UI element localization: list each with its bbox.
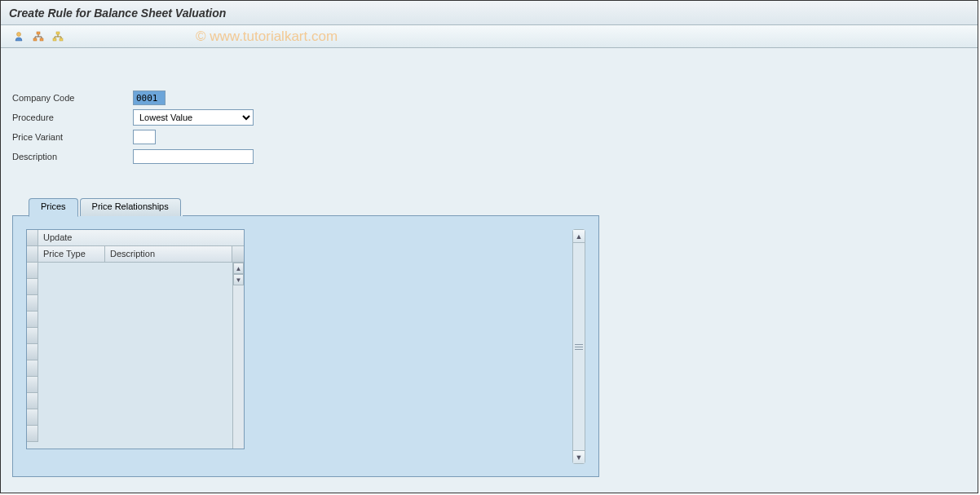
page-title: Create Rule for Balance Sheet Valuation <box>9 7 226 20</box>
org-icon[interactable] <box>32 30 45 43</box>
col-price-type[interactable]: Price Type <box>38 246 105 262</box>
row-selector[interactable] <box>27 312 38 328</box>
cells-area[interactable] <box>38 263 232 449</box>
svg-rect-1 <box>37 32 40 34</box>
row-selector[interactable] <box>27 426 38 442</box>
row-selector[interactable] <box>27 295 38 312</box>
description-row: Description <box>12 148 966 166</box>
scroll-corner <box>232 246 244 262</box>
table-corner[interactable] <box>27 230 38 245</box>
row-selector[interactable] <box>27 279 38 295</box>
tab-price-relationships[interactable]: Price Relationships <box>80 198 181 216</box>
tab-content: Update Price Type Description <box>12 216 599 477</box>
scroll-down-icon[interactable]: ▼ <box>233 274 244 285</box>
description-field[interactable] <box>133 149 254 164</box>
table-title: Update <box>38 230 244 245</box>
svg-rect-10 <box>60 38 63 41</box>
procedure-row: Procedure Lowest Value <box>12 108 966 126</box>
price-variant-field[interactable] <box>133 130 156 144</box>
col-description[interactable]: Description <box>105 246 232 262</box>
procedure-select[interactable]: Lowest Value <box>133 109 254 126</box>
tab-container: Prices Price Relationships Update Price … <box>12 198 599 477</box>
price-variant-label: Price Variant <box>12 132 133 142</box>
table-header-row: Price Type Description <box>27 246 244 263</box>
header-selector[interactable] <box>27 246 38 262</box>
procedure-label: Procedure <box>12 113 133 122</box>
company-code-field[interactable] <box>133 91 166 105</box>
svg-rect-2 <box>33 38 37 41</box>
table-title-row: Update <box>27 230 244 246</box>
row-selector[interactable] <box>27 409 38 426</box>
row-selector[interactable] <box>27 263 38 279</box>
row-selector[interactable] <box>27 393 38 409</box>
table-body: ▲ ▼ <box>27 263 244 449</box>
scroll-up-icon[interactable]: ▲ <box>573 230 585 243</box>
row-selectors <box>27 263 38 449</box>
row-selector[interactable] <box>27 344 38 360</box>
description-label: Description <box>12 152 133 161</box>
row-selector[interactable] <box>27 377 38 393</box>
svg-rect-8 <box>56 32 60 34</box>
svg-rect-3 <box>40 38 43 41</box>
form-area: Company Code Procedure Lowest Value Pric… <box>1 48 978 175</box>
title-bar: Create Rule for Balance Sheet Valuation <box>1 1 978 25</box>
main-window: Create Rule for Balance Sheet Valuation <box>0 0 978 493</box>
panel-vscroll[interactable]: ▲ ▼ <box>572 229 585 464</box>
scroll-track[interactable] <box>233 285 244 449</box>
scroll-track[interactable] <box>573 243 585 450</box>
tab-strip: Prices Price Relationships <box>12 198 599 216</box>
price-variant-row: Price Variant <box>12 128 966 146</box>
scroll-grip-icon <box>575 341 583 352</box>
tab-filler <box>183 198 599 216</box>
tab-spacer <box>12 198 29 216</box>
scroll-up-icon[interactable]: ▲ <box>233 263 244 274</box>
hierarchy-icon[interactable] <box>51 30 64 43</box>
svg-point-0 <box>17 32 21 36</box>
person-icon[interactable] <box>12 30 25 43</box>
scroll-down-icon[interactable]: ▼ <box>573 450 585 463</box>
tab-prices[interactable]: Prices <box>29 198 78 217</box>
svg-rect-9 <box>53 38 56 41</box>
company-code-label: Company Code <box>12 93 133 103</box>
prices-table: Update Price Type Description <box>26 229 245 449</box>
toolbar <box>1 25 978 48</box>
table-vscroll[interactable]: ▲ ▼ <box>232 263 244 449</box>
company-code-row: Company Code <box>12 89 966 107</box>
row-selector[interactable] <box>27 328 38 344</box>
row-selector[interactable] <box>27 360 38 377</box>
